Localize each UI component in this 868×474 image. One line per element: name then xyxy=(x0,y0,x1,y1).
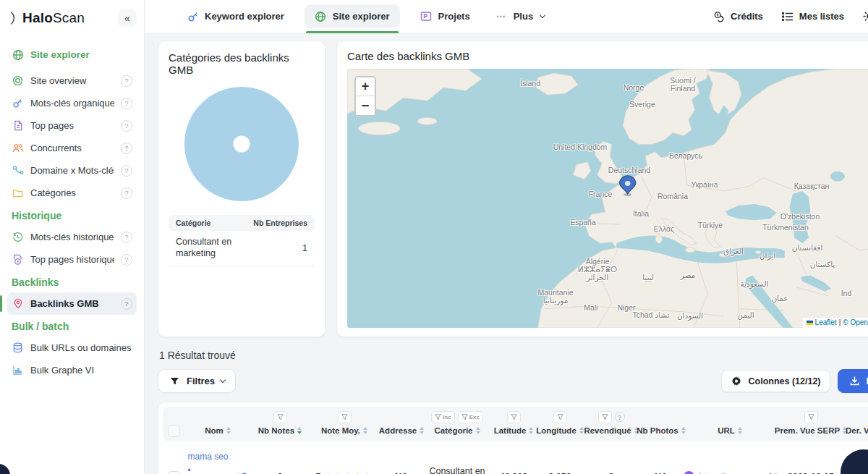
filter-include-chip[interactable]: Inc xyxy=(431,411,455,423)
help-icon[interactable]: ? xyxy=(121,232,132,243)
map-label: O'zbekiston xyxy=(780,212,820,221)
content: Catégories des backlinks GMB Catégorie N… xyxy=(145,33,868,474)
sort-icon[interactable] xyxy=(226,427,231,434)
help-icon[interactable]: ? xyxy=(121,75,132,87)
sort-icon[interactable] xyxy=(529,427,533,434)
filter-funnel-icon[interactable] xyxy=(338,411,352,423)
sidebar-item-label: Top pages historique xyxy=(30,254,114,265)
column-header-longitude[interactable]: Longitude xyxy=(536,410,584,437)
help-icon[interactable]: ? xyxy=(121,187,132,199)
business-name-link[interactable]: mama seo • consultant SEO xyxy=(188,450,233,474)
column-header-nb-notes[interactable]: Nb Notes xyxy=(251,410,309,437)
column-header-url[interactable]: URL xyxy=(684,410,776,437)
sidebar-item-label: Backlinks GMB xyxy=(30,298,114,309)
database-icon xyxy=(12,342,24,354)
help-icon[interactable]: ? xyxy=(121,143,132,154)
my-lists-button[interactable]: Mes listes xyxy=(782,10,844,22)
help-icon[interactable]: ? xyxy=(121,298,132,310)
zoom-out-button[interactable]: − xyxy=(356,96,375,115)
map-label: ليبيا xyxy=(642,273,654,282)
map-label: ایران xyxy=(760,251,775,260)
my-lists-label: Mes listes xyxy=(799,11,844,22)
sidebar-item-mots-cles-historique[interactable]: Mots-clés historique ? xyxy=(7,226,137,248)
leaflet-link[interactable]: Leaflet xyxy=(815,318,837,326)
help-icon[interactable]: ? xyxy=(121,98,132,109)
osm-link[interactable]: © OpenStreetMap xyxy=(843,318,868,326)
filter-exclude-chip[interactable]: Exc xyxy=(458,411,483,423)
theme-toggle[interactable] xyxy=(863,10,868,22)
sidebar-item-domaine-x-mots-cles[interactable]: Domaine x Mots-clés ? xyxy=(7,159,137,182)
sidebar-item-label: Site overview xyxy=(30,75,114,86)
filter-funnel-icon[interactable] xyxy=(804,411,818,423)
external-link-icon[interactable] xyxy=(236,471,248,474)
sort-icon[interactable] xyxy=(476,427,480,434)
column-header-der-vue-serp[interactable]: Der. Vue SERP xyxy=(846,410,868,437)
filter-funnel-icon[interactable] xyxy=(598,411,612,423)
column-header-prem-vue-serp[interactable]: Prem. Vue SERP xyxy=(776,410,846,437)
sidebar-root-site-explorer[interactable]: Site explorer xyxy=(7,44,137,65)
sidebar-item-backlinks-gmb[interactable]: Backlinks GMB ? xyxy=(7,292,137,315)
help-icon[interactable]: ? xyxy=(121,165,132,177)
sidebar-collapse-button[interactable]: « xyxy=(118,9,137,27)
sidebar-item-bulk-graphe[interactable]: Bulk Graphe VI xyxy=(7,359,137,381)
leaflet-map[interactable]: Ísland Norge Suomi / Finland Sverige Uni… xyxy=(347,69,868,328)
map-label: Ελλάς xyxy=(654,224,674,233)
help-icon[interactable]: ? xyxy=(121,120,132,132)
filter-funnel-icon[interactable] xyxy=(507,411,521,423)
results-table: Nom Nb Notes Note Moy. Addresse xyxy=(158,402,868,474)
sidebar-item-site-overview[interactable]: Site overview ? xyxy=(7,69,137,92)
map-zoom-control: + − xyxy=(354,76,376,117)
sort-icon[interactable] xyxy=(297,427,302,434)
help-icon[interactable]: ? xyxy=(615,412,625,422)
exclude-label: Exc xyxy=(469,414,480,420)
row-checkbox[interactable] xyxy=(168,471,180,474)
sidebar-item-top-pages-historique[interactable]: Top pages historique ? xyxy=(7,248,137,271)
sidebar-item-mots-cles-organiques[interactable]: Mots-clés organiques ? xyxy=(7,92,137,114)
help-icon[interactable]: ? xyxy=(121,254,132,266)
zoom-in-button[interactable]: + xyxy=(356,77,375,96)
column-header-nom[interactable]: Nom xyxy=(184,410,251,437)
tab-keyword-explorer[interactable]: Keyword explorer xyxy=(176,4,294,28)
select-all-checkbox[interactable] xyxy=(168,425,180,437)
column-header-categorie[interactable]: Inc Exc Catégorie xyxy=(423,410,491,437)
users-icon xyxy=(12,142,24,154)
chevron-down-icon xyxy=(540,12,545,18)
mini-row-count: 1 xyxy=(302,243,307,253)
columns-button[interactable]: Colonnes (12/12) xyxy=(721,370,830,392)
sort-icon[interactable] xyxy=(363,427,367,434)
tab-site-explorer[interactable]: Site explorer xyxy=(305,4,400,28)
tab-projets[interactable]: Projets xyxy=(410,4,480,28)
document-icon xyxy=(12,119,24,132)
sort-icon[interactable] xyxy=(738,427,742,434)
export-button[interactable]: Exporter xyxy=(838,369,868,393)
sidebar-item-top-pages[interactable]: Top pages ? xyxy=(7,114,137,137)
filter-funnel-icon[interactable] xyxy=(553,411,567,423)
map-card: Carte des backlinks GMB xyxy=(336,41,868,337)
haloscan-logo-icon xyxy=(10,11,17,25)
map-label: مصر xyxy=(681,271,696,279)
sidebar-item-categories[interactable]: Catégories ? xyxy=(7,182,137,204)
column-header-nb-photos[interactable]: Nb Photos xyxy=(639,410,684,437)
more-menu[interactable]: ⋯ Plus xyxy=(496,11,545,22)
mini-row-category: Consultant en marketing xyxy=(176,237,263,259)
column-header-addresse[interactable]: Addresse xyxy=(380,410,423,437)
map-label: السودان xyxy=(677,311,703,320)
column-header-note-moy[interactable]: Note Moy. xyxy=(309,410,380,437)
sidebar-item-concurrents[interactable]: Concurrents ? xyxy=(7,137,137,159)
credits-button[interactable]: Crédits xyxy=(713,10,763,22)
column-label: Addresse xyxy=(379,426,417,435)
sort-icon[interactable] xyxy=(579,427,584,434)
tab-label: Site explorer xyxy=(333,11,390,22)
column-header-latitude[interactable]: Latitude xyxy=(491,410,536,437)
filter-funnel-icon[interactable] xyxy=(273,411,287,423)
main-area: Keyword explorer Site explorer Projets ⋯… xyxy=(145,0,868,474)
map-label: افغانستان xyxy=(792,243,823,252)
map-label: United Kingdom xyxy=(553,143,608,151)
table-toolbar: Filtres Colonnes (12/12) Exporter xyxy=(158,369,868,393)
column-header-revendique[interactable]: ? Revendiqué xyxy=(584,410,639,437)
ukraine-flag-icon xyxy=(807,321,813,325)
sidebar-item-bulk-urls[interactable]: Bulk URLs ou domaines xyxy=(7,337,137,359)
column-label: Nb Notes xyxy=(258,426,294,435)
filters-button[interactable]: Filtres xyxy=(158,369,236,393)
column-label: Nom xyxy=(205,426,224,435)
